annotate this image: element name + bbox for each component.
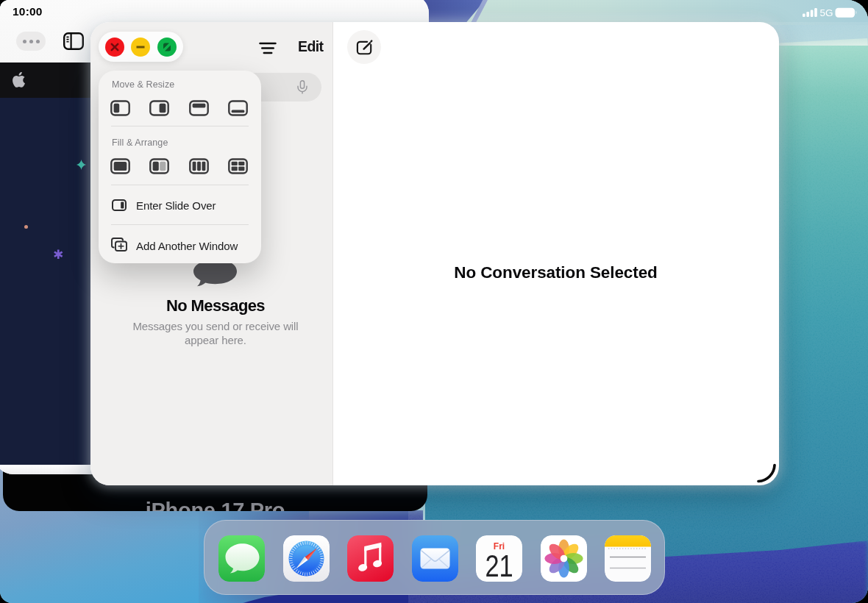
svg-text:21: 21 (485, 548, 513, 582)
svg-text:5G: 5G (820, 7, 833, 18)
